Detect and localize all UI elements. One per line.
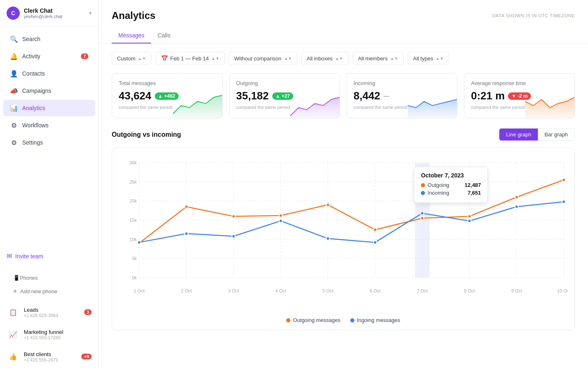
svg-text:5k: 5k bbox=[132, 256, 137, 261]
svg-text:10k: 10k bbox=[129, 237, 137, 242]
svg-point-41 bbox=[420, 216, 424, 220]
svg-point-53 bbox=[515, 205, 518, 208]
sidebar-item-settings[interactable]: ⚙ Settings bbox=[3, 134, 95, 151]
sidebar-label-workflows: Workflows bbox=[22, 122, 48, 129]
sidebar: C Clerk Chat yevhen@clerk.chat ▾ 🔍 Searc… bbox=[0, 0, 99, 368]
inbox-info-best_clients: Best clients +1 415 555-2671 bbox=[24, 351, 81, 362]
filters-bar: Custom ▲▼ 📅 Feb 1 — Feb 14 ▲▼ Without co… bbox=[99, 44, 588, 73]
main-header: Analytics DATA SHOWN IS IN UTC TIMEZONE … bbox=[99, 0, 588, 44]
svg-text:3 Oct: 3 Oct bbox=[228, 288, 239, 293]
timezone-label: DATA SHOWN IS IN UTC TIMEZONE bbox=[492, 13, 575, 18]
sidebar-item-campaigns[interactable]: 📣 Campaigns bbox=[3, 83, 95, 99]
period-filter[interactable]: Custom ▲▼ bbox=[112, 52, 152, 65]
svg-point-43 bbox=[515, 196, 518, 199]
inbox-name-marketing: Marketing funnel bbox=[24, 329, 92, 335]
types-filter[interactable]: All types ▲▼ bbox=[408, 52, 449, 65]
settings-icon: ⚙ bbox=[10, 138, 18, 147]
sidebar-header[interactable]: C Clerk Chat yevhen@clerk.chat ▾ bbox=[0, 0, 98, 27]
inbox-filter[interactable]: All inboxes ▲▼ bbox=[301, 52, 349, 65]
svg-text:25k: 25k bbox=[129, 179, 137, 184]
tabs: MessagesCalls bbox=[112, 28, 575, 43]
chart-legend: Outgoing messages Ingoing messages bbox=[119, 317, 568, 323]
comparison-filter[interactable]: Without comparison ▲▼ bbox=[229, 52, 297, 65]
add-new-phone-button[interactable]: + Add new phone bbox=[7, 284, 92, 298]
date-range-filter[interactable]: 📅 Feb 1 — Feb 14 ▲▼ bbox=[156, 52, 225, 65]
svg-text:4 Oct: 4 Oct bbox=[276, 288, 286, 293]
add-phone-label: Add new phone bbox=[20, 288, 57, 294]
sidebar-item-analytics[interactable]: 📊 Analytics bbox=[3, 100, 95, 116]
add-phone-button[interactable]: 📱 Phones bbox=[7, 271, 92, 284]
svg-point-36 bbox=[185, 205, 188, 208]
incoming-legend-label: Ingoing messages bbox=[357, 317, 400, 323]
sidebar-item-workflows[interactable]: ⚙ Workflows bbox=[3, 117, 95, 133]
tooltip-outgoing-val: 12,487 bbox=[465, 182, 481, 188]
inbox-avatar-leads: 📋 bbox=[7, 306, 20, 319]
bar-graph-button[interactable]: Bar graph bbox=[538, 129, 574, 140]
stat-card-total: Total messages 43,624 ▲ +462 compared th… bbox=[112, 73, 223, 118]
activity-icon: 🔔 bbox=[10, 52, 18, 60]
tooltip-incoming-label: Incoming bbox=[421, 190, 449, 196]
tab-messages[interactable]: Messages bbox=[112, 28, 151, 44]
company-email: yevhen@clerk.chat bbox=[24, 14, 89, 19]
stat-cards: Total messages 43,624 ▲ +462 compared th… bbox=[99, 73, 588, 128]
line-graph-button[interactable]: Line graph bbox=[499, 129, 537, 140]
company-chevron-icon[interactable]: ▾ bbox=[89, 10, 92, 16]
members-filter[interactable]: All members ▲▼ bbox=[353, 52, 404, 65]
sidebar-label-campaigns: Campaigns bbox=[22, 87, 51, 94]
chart-container: 30k25k20k15k10k5k0k1 Oct2 Oct3 Oct4 Oct5… bbox=[112, 147, 575, 330]
sidebar-item-activity[interactable]: 🔔 Activity 7 bbox=[3, 48, 95, 64]
stat-label-response_time: Average response time bbox=[471, 80, 568, 86]
chart-area: 30k25k20k15k10k5k0k1 Oct2 Oct3 Oct4 Oct5… bbox=[119, 154, 568, 310]
svg-text:20k: 20k bbox=[129, 198, 137, 203]
incoming-legend: Ingoing messages bbox=[350, 317, 400, 323]
stat-chart-incoming bbox=[408, 93, 457, 118]
svg-text:15k: 15k bbox=[129, 218, 137, 223]
sidebar-item-contacts[interactable]: 👤 Contacts bbox=[3, 65, 95, 82]
inbox-item-marketing[interactable]: 📈 Marketing funnel +1 415 559-17260 bbox=[3, 324, 95, 345]
company-name: Clerk Chat bbox=[24, 7, 89, 14]
phones-section: 📱 Phones + Add new phone bbox=[0, 265, 98, 301]
svg-text:30k: 30k bbox=[129, 160, 137, 165]
tooltip-incoming-val: 7,651 bbox=[468, 190, 481, 196]
stat-badge-incoming: — bbox=[384, 93, 389, 99]
tooltip-date: October 7, 2023 bbox=[421, 172, 481, 179]
plus-icon: + bbox=[13, 288, 17, 295]
inbox-item-leads[interactable]: 📋 Leads +1 628 629-3964 3 bbox=[3, 301, 95, 323]
svg-text:7 Oct: 7 Oct bbox=[417, 288, 427, 293]
workflows-icon: ⚙ bbox=[10, 121, 18, 129]
stat-chart-total bbox=[173, 93, 222, 118]
svg-text:2 Oct: 2 Oct bbox=[181, 288, 192, 293]
inbox-name-leads: Leads bbox=[24, 307, 84, 313]
tab-calls[interactable]: Calls bbox=[151, 28, 177, 44]
outgoing-legend: Outgoing messages bbox=[286, 317, 340, 323]
main-content: Analytics DATA SHOWN IS IN UTC TIMEZONE … bbox=[99, 0, 588, 368]
svg-text:8 Oct: 8 Oct bbox=[464, 288, 475, 293]
inbox-badge-leads: 3 bbox=[84, 309, 92, 315]
svg-point-40 bbox=[373, 228, 377, 231]
svg-point-49 bbox=[326, 237, 330, 240]
sidebar-label-contacts: Contacts bbox=[22, 70, 45, 77]
inbox-chevron-icon: ▲▼ bbox=[335, 56, 343, 61]
sidebar-item-search[interactable]: 🔍 Search bbox=[3, 31, 95, 47]
stat-label-outgoing: Outgoing bbox=[236, 80, 333, 86]
members-label: All members bbox=[358, 55, 388, 62]
chart-type-buttons: Line graph Bar graph bbox=[499, 128, 575, 141]
comparison-chevron-icon: ▲▼ bbox=[284, 56, 292, 61]
chart-header: Outgoing vs incoming Line graph Bar grap… bbox=[112, 128, 575, 141]
incoming-tooltip-dot bbox=[421, 191, 425, 195]
sidebar-nav: 🔍 Search 🔔 Activity 7 👤 Contacts 📣 Campa… bbox=[0, 27, 98, 247]
inbox-item-best_clients[interactable]: 👍 Best clients +1 415 555-2671 +9 bbox=[3, 346, 95, 367]
stat-card-incoming: Incoming 8,442 — compared the same perio… bbox=[347, 73, 457, 118]
date-range-label: Feb 1 — Feb 14 bbox=[170, 55, 209, 62]
invite-team-button[interactable]: ✉ Invite team bbox=[0, 247, 98, 265]
stat-label-incoming: Incoming bbox=[354, 80, 450, 86]
outgoing-tooltip-dot bbox=[421, 183, 425, 187]
svg-point-38 bbox=[279, 214, 283, 217]
inbox-badge-best_clients: +9 bbox=[81, 354, 92, 359]
svg-text:0k: 0k bbox=[132, 275, 137, 280]
incoming-dot bbox=[350, 318, 354, 322]
svg-point-54 bbox=[562, 200, 565, 203]
svg-point-37 bbox=[232, 215, 235, 218]
chart-tooltip: October 7, 2023 Outgoing 12,487 Incoming… bbox=[414, 167, 488, 203]
sidebar-label-activity: Activity bbox=[22, 53, 40, 60]
